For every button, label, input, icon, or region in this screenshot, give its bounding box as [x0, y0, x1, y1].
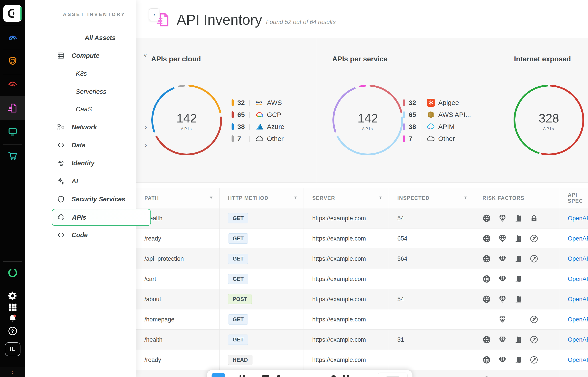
- column-header-server[interactable]: SERVER: [304, 188, 389, 208]
- globe-risk-icon: [483, 356, 491, 364]
- api-spec-link[interactable]: OpenAPI: [568, 276, 588, 283]
- sidebar-item-compute[interactable]: Compute˅: [52, 47, 150, 64]
- table-row[interactable]: /readyHEADhttps://example.comOpenAPI: [136, 350, 588, 370]
- primary-action-button[interactable]: [212, 373, 225, 377]
- sidebar-item-all-assets[interactable]: All Assets: [52, 30, 150, 46]
- api-doc-icon: [7, 103, 18, 113]
- monitor-icon[interactable]: [8, 126, 18, 137]
- table-row[interactable]: /readyGEThttps://example.com654OpenAPI: [136, 228, 588, 249]
- api-spec-link[interactable]: OpenAPI: [568, 356, 588, 364]
- table-row[interactable]: /homepageGEThttps://example.comOpenAPI: [136, 309, 588, 330]
- divider: [249, 124, 250, 130]
- api-spec-link[interactable]: OpenAPI: [568, 316, 588, 323]
- cart-icon[interactable]: [8, 151, 18, 161]
- toolbar-icon[interactable]: [347, 375, 349, 377]
- filter-funnel-icon[interactable]: [209, 196, 214, 200]
- toolbar-icon[interactable]: [331, 375, 336, 377]
- legend-row-azure[interactable]: 38Azure: [231, 121, 284, 133]
- legend-row-aws[interactable]: 32awsAWS: [231, 97, 284, 109]
- apigee-icon: [427, 99, 437, 107]
- http-method-badge: HEAD: [228, 355, 253, 365]
- server-cell: https://example.com: [312, 296, 366, 303]
- sidebar-item-data[interactable]: Data›: [52, 137, 150, 153]
- eye-watch-icon[interactable]: [8, 79, 18, 89]
- legend-row-other[interactable]: 7Other: [231, 133, 284, 145]
- secondary-toolbar-button[interactable]: [378, 373, 408, 377]
- legend-row-apim[interactable]: 38APIM: [403, 121, 471, 133]
- table-row[interactable]: /healthGEThttps://example.com31OpenAPI: [136, 330, 588, 350]
- notifications-bell-icon[interactable]: [8, 313, 18, 324]
- sidebar-item-identity[interactable]: Identity: [52, 155, 150, 171]
- table-row[interactable]: /aboutPOSThttps://example.com54OpenAPI: [136, 289, 588, 309]
- toolbar-icon[interactable]: [262, 375, 269, 377]
- svg-text:aws: aws: [256, 100, 262, 104]
- empty-slot: [514, 376, 522, 377]
- sidebar-item-label: Code: [71, 231, 88, 239]
- table-row[interactable]: /cartGEThttps://example.comOpenAPI: [136, 269, 588, 289]
- ring-logo-icon[interactable]: [8, 268, 18, 278]
- empty-slot: [530, 295, 538, 303]
- sidebar-item-k8s[interactable]: K8s: [52, 66, 150, 82]
- apim-icon: [427, 123, 437, 131]
- help-icon[interactable]: ?: [8, 326, 18, 336]
- legend-marker: [231, 99, 234, 106]
- legend-apis-per-cloud: 32awsAWS65GCP38Azure7Other: [231, 97, 284, 145]
- sidebar-item-code[interactable]: Code: [52, 227, 150, 243]
- column-header-http-method[interactable]: HTTP METHOD: [219, 188, 304, 208]
- table-row[interactable]: /api_protectionGEThttps://example.com564…: [136, 249, 588, 269]
- filter-funnel-icon[interactable]: [293, 196, 298, 200]
- api-spec-link[interactable]: OpenAPI: [568, 336, 588, 343]
- legend-row-aws-api-[interactable]: 65AWS API...: [403, 109, 471, 121]
- risk-factors: [483, 335, 538, 344]
- observability-icon[interactable]: [8, 33, 18, 43]
- cloud-icon: [427, 135, 437, 143]
- legend-row-apigee[interactable]: 32Apigee: [403, 97, 471, 109]
- sidebar-item-ai[interactable]: AI: [52, 173, 150, 189]
- empty-slot: [483, 315, 491, 324]
- legend-row-other[interactable]: 7Other: [403, 133, 471, 145]
- column-label: INSPECTED: [397, 195, 429, 201]
- sidebar-item-serverless[interactable]: Serverless: [52, 83, 150, 100]
- legend-row-gcp[interactable]: 65GCP: [231, 109, 284, 121]
- legend-marker: [231, 135, 234, 142]
- column-header-inspected[interactable]: INSPECTED: [389, 188, 474, 208]
- api-spec-link[interactable]: OpenAPI: [568, 296, 588, 303]
- table-row[interactable]: /healthGEThttps://example.com54OpenAPI: [136, 208, 588, 228]
- api-spec-link[interactable]: OpenAPI: [568, 235, 588, 242]
- expand-rail-chevron-icon[interactable]: ›: [0, 367, 25, 377]
- toolbar-icon[interactable]: [240, 375, 241, 377]
- settings-gear-icon[interactable]: [8, 291, 18, 301]
- divider: [421, 136, 421, 141]
- risk-factors: [483, 376, 538, 377]
- path-cell: /health: [144, 336, 162, 343]
- toolbar-icon[interactable]: [343, 375, 345, 377]
- sidebar-item-network[interactable]: Network›: [52, 119, 150, 135]
- lock-risk-icon: [530, 214, 538, 223]
- legend-count: 7: [237, 135, 249, 142]
- cloudgear-icon: [57, 213, 65, 221]
- sidebar-item-security-services[interactable]: Security Services: [52, 191, 150, 207]
- api-spec-link[interactable]: OpenAPI: [568, 215, 588, 222]
- risk-factors: [483, 315, 538, 324]
- apps-grid-icon[interactable]: [8, 302, 18, 313]
- brand-logo[interactable]: [3, 5, 22, 22]
- filter-funnel-icon[interactable]: [378, 196, 383, 200]
- toolbar-icon[interactable]: [277, 375, 280, 377]
- filter-funnel-icon[interactable]: [463, 196, 468, 200]
- chevron-right-icon: ›: [145, 142, 147, 149]
- api-spec-link[interactable]: OpenAPI: [568, 255, 588, 262]
- sidebar-item-caas[interactable]: CaaS: [52, 101, 150, 117]
- donut-segment-Apigee: [370, 86, 401, 112]
- user-avatar-button[interactable]: IL: [5, 342, 21, 356]
- legend-label: GCP: [267, 111, 281, 118]
- chevron-right-icon: ›: [145, 124, 147, 131]
- shield-security-icon[interactable]: [8, 56, 18, 66]
- collapse-sidebar-button[interactable]: ‹: [149, 9, 159, 21]
- toolbar-icon[interactable]: [243, 375, 245, 377]
- divider: [249, 100, 250, 106]
- inspected-cell: 54: [397, 296, 404, 303]
- sidebar-item-apis[interactable]: APIs: [52, 209, 151, 226]
- legend-count: 38: [237, 123, 249, 130]
- api-inventory-rail-item-selected[interactable]: [0, 96, 25, 120]
- divider: [421, 124, 421, 130]
